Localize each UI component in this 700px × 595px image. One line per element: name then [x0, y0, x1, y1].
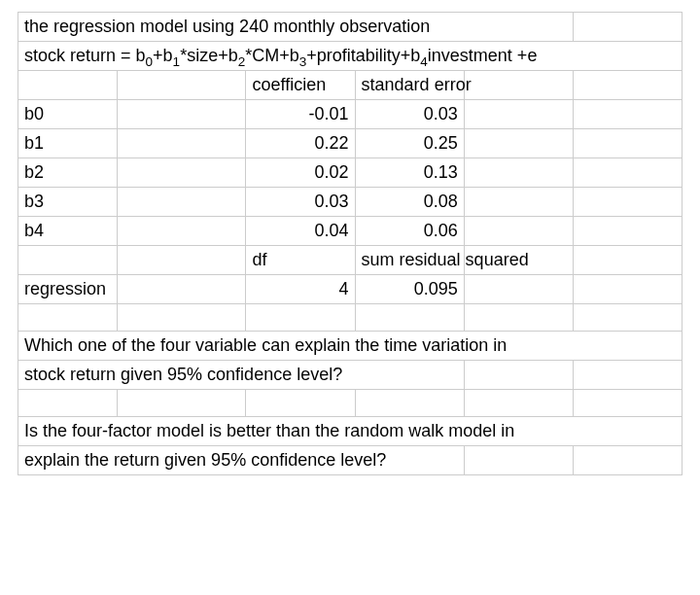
coef-value: 0.04	[246, 217, 355, 246]
empty-cell	[117, 304, 246, 332]
empty-cell	[464, 129, 573, 158]
empty-cell	[573, 390, 682, 417]
intro-line1: the regression model using 240 monthly o…	[18, 13, 574, 42]
question-1a: Which one of the four variable can expla…	[18, 332, 682, 361]
empty-cell	[464, 188, 573, 217]
empty-cell	[18, 390, 118, 417]
empty-cell	[573, 217, 682, 246]
row-label: b4	[18, 217, 118, 246]
empty-cell	[117, 390, 246, 417]
row-label: b0	[18, 100, 118, 129]
question-2b: explain the return given 95% confidence …	[18, 446, 465, 475]
empty-cell	[117, 71, 246, 100]
empty-cell	[464, 390, 573, 417]
header-coef: coefficien	[246, 71, 355, 100]
empty-cell	[18, 71, 118, 100]
empty-cell	[464, 304, 573, 332]
header-df: df	[246, 246, 355, 275]
empty-cell	[117, 246, 246, 275]
se-value: 0.03	[355, 100, 464, 129]
coef-value: -0.01	[246, 100, 355, 129]
se-value: 0.13	[355, 158, 464, 188]
coef-value: 0.02	[246, 158, 355, 188]
empty-cell	[246, 390, 355, 417]
coef-value: 0.03	[246, 188, 355, 217]
empty-cell	[117, 217, 246, 246]
empty-cell	[355, 390, 464, 417]
empty-cell	[573, 246, 682, 275]
empty-cell	[464, 217, 573, 246]
regression-df: 4	[246, 275, 355, 304]
empty-cell	[573, 129, 682, 158]
empty-cell	[117, 275, 246, 304]
spreadsheet-table: the regression model using 240 monthly o…	[18, 12, 682, 475]
se-value: 0.08	[355, 188, 464, 217]
empty-cell	[18, 246, 118, 275]
se-value: 0.06	[355, 217, 464, 246]
header-stderr: standard error	[355, 71, 464, 100]
row-label: b3	[18, 188, 118, 217]
question-1b: stock return given 95% confidence level?	[18, 361, 465, 390]
regression-resid: 0.095	[355, 275, 464, 304]
header-resid: sum residual squared	[355, 246, 464, 275]
intro-line2: stock return = b0+b1*size+b2*CM+b3+profi…	[18, 42, 682, 71]
empty-cell	[573, 446, 682, 475]
empty-cell	[464, 361, 573, 390]
empty-cell	[117, 129, 246, 158]
row-label: b1	[18, 129, 118, 158]
empty-cell	[573, 71, 682, 100]
empty-cell	[18, 304, 118, 332]
empty-cell	[117, 158, 246, 188]
empty-cell	[464, 446, 573, 475]
empty-cell	[464, 100, 573, 129]
empty-cell	[573, 13, 682, 42]
empty-cell	[355, 304, 464, 332]
empty-cell	[464, 275, 573, 304]
empty-cell	[117, 188, 246, 217]
row-label: b2	[18, 158, 118, 188]
question-2a: Is the four-factor model is better than …	[18, 417, 682, 446]
empty-cell	[573, 275, 682, 304]
empty-cell	[246, 304, 355, 332]
empty-cell	[573, 100, 682, 129]
regression-label: regression	[18, 275, 118, 304]
empty-cell	[573, 304, 682, 332]
empty-cell	[573, 361, 682, 390]
empty-cell	[464, 158, 573, 188]
empty-cell	[117, 100, 246, 129]
empty-cell	[573, 188, 682, 217]
empty-cell	[464, 71, 573, 100]
empty-cell	[573, 158, 682, 188]
coef-value: 0.22	[246, 129, 355, 158]
se-value: 0.25	[355, 129, 464, 158]
